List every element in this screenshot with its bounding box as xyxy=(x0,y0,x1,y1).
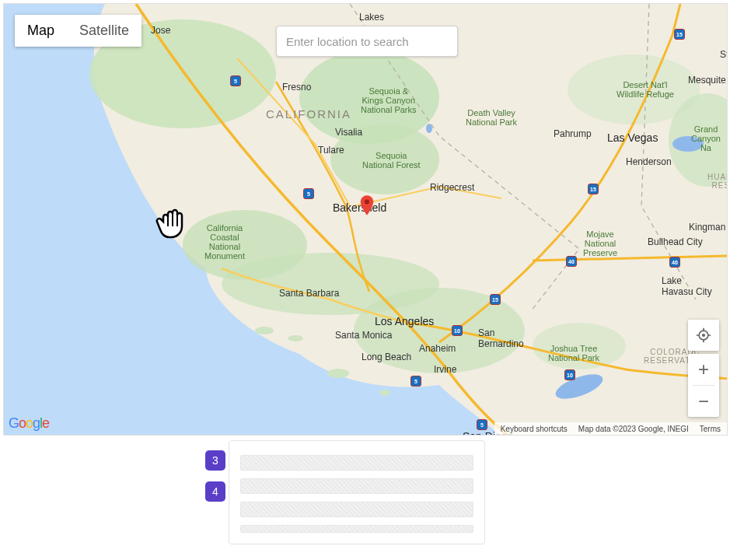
interstate-shield-icon: 40 xyxy=(566,256,577,267)
results-card xyxy=(229,440,485,544)
interstate-shield-icon: 5 xyxy=(230,75,241,86)
interstate-shield-icon: 5 xyxy=(410,376,421,387)
park-label: Grand Canyon Na xyxy=(691,124,721,152)
city-label: Fresno xyxy=(282,82,311,93)
park-label: Death Valley National Park xyxy=(466,108,517,127)
google-logo: Google xyxy=(9,415,49,432)
park-label: Mojave National Preserve xyxy=(583,229,617,257)
svg-point-15 xyxy=(327,369,349,378)
map-tab[interactable]: Map xyxy=(15,15,67,47)
attribution-text: Map data ©2023 Google, INEGI xyxy=(578,425,689,433)
result-badge-4[interactable]: 4 xyxy=(205,481,225,502)
park-label: Sequoia National Forest xyxy=(362,151,421,170)
city-label: Santa Monica xyxy=(335,330,392,341)
svg-point-17 xyxy=(365,200,369,205)
svg-point-19 xyxy=(702,334,705,337)
svg-point-16 xyxy=(379,390,390,396)
city-label: Anaheim xyxy=(419,343,456,354)
park-label: HUALI RES xyxy=(707,173,727,190)
park-label: Joshua Tree National Park xyxy=(548,344,599,362)
city-label: Henderson xyxy=(626,156,672,167)
interstate-shield-icon: 15 xyxy=(490,294,501,305)
city-label: Kingman xyxy=(689,222,725,233)
interstate-shield-icon: 10 xyxy=(564,369,575,380)
city-label: Santa Barbara xyxy=(279,288,339,299)
city-label: Long Beach xyxy=(362,352,411,362)
my-location-button[interactable] xyxy=(688,320,719,351)
skeleton-row xyxy=(240,525,473,533)
interstate-shield-icon: 15 xyxy=(588,184,599,194)
results-panel: 3 4 xyxy=(229,440,508,544)
interstate-shield-icon: 40 xyxy=(669,257,680,268)
zoom-out-button[interactable]: − xyxy=(688,386,719,417)
city-label: Pahrump xyxy=(554,128,592,139)
city-label: Jose xyxy=(151,25,170,36)
skeleton-row xyxy=(240,502,473,517)
svg-point-13 xyxy=(255,327,274,334)
city-label: Mesquite xyxy=(688,75,726,86)
city-label: Las Vegas xyxy=(607,131,658,144)
city-label: San Bernardino xyxy=(478,327,524,349)
city-label: St xyxy=(720,49,727,60)
skeleton-row xyxy=(240,478,473,494)
interstate-shield-icon: 10 xyxy=(452,325,463,336)
interstate-shield-icon: 5 xyxy=(477,419,487,430)
zoom-control: + − xyxy=(688,354,719,417)
city-label: Bullhead City xyxy=(648,236,703,247)
map-marker[interactable] xyxy=(367,215,381,229)
terms-link[interactable]: Terms xyxy=(700,425,721,433)
park-label: Sequoia & Kings Canyon National Parks xyxy=(361,86,417,114)
park-label: Desert Nat'l Wildlife Refuge xyxy=(616,80,674,99)
city-label: Tulare xyxy=(318,145,344,156)
satellite-tab[interactable]: Satellite xyxy=(67,15,141,47)
city-label: Lakes xyxy=(359,12,384,23)
land-shape xyxy=(4,4,727,435)
city-label: Ridgecrest xyxy=(430,182,474,193)
result-badge-3[interactable]: 3 xyxy=(205,450,225,471)
map-type-toggle: Map Satellite xyxy=(15,15,141,47)
map-container[interactable]: CALIFORNIAJoseLakesFresnoVisaliaTulareRi… xyxy=(3,3,728,436)
city-label: Lake Havasu City xyxy=(662,275,712,297)
map-tiles[interactable]: CALIFORNIAJoseLakesFresnoVisaliaTulareRi… xyxy=(4,4,727,435)
city-label: Los Angeles xyxy=(375,315,434,327)
state-label: CALIFORNIA xyxy=(266,107,351,121)
crosshair-icon xyxy=(696,327,711,343)
search-input[interactable] xyxy=(276,26,458,57)
map-footer: Keyboard shortcuts Map data ©2023 Google… xyxy=(494,422,727,435)
interstate-shield-icon: 5 xyxy=(303,188,314,199)
keyboard-shortcuts-link[interactable]: Keyboard shortcuts xyxy=(501,425,568,433)
zoom-in-button[interactable]: + xyxy=(688,354,719,385)
interstate-shield-icon: 15 xyxy=(674,29,685,40)
skeleton-row xyxy=(240,455,473,471)
park-label: California Coastal National Monument xyxy=(204,223,245,261)
svg-point-14 xyxy=(288,335,303,341)
city-label: Irvine xyxy=(434,364,456,375)
city-label: Visalia xyxy=(335,127,362,138)
